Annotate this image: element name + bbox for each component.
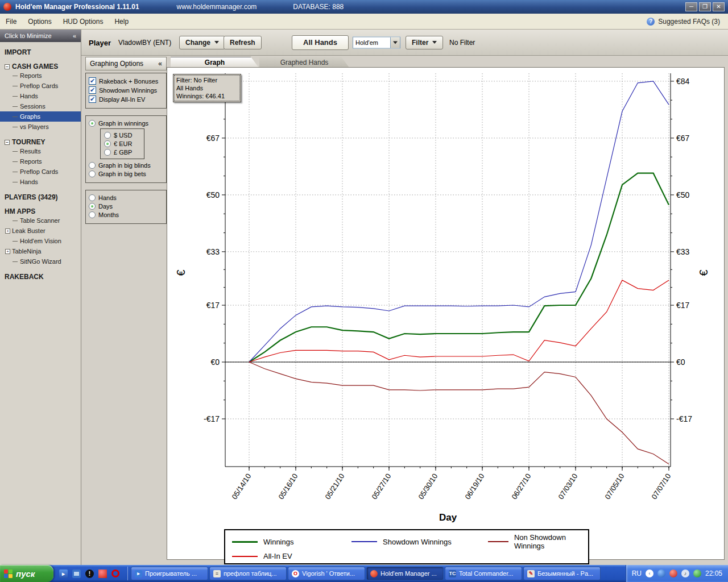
radio-usd[interactable]: $ USD <box>104 132 140 139</box>
sidebar-item-tableninja[interactable]: + TableNinja <box>0 246 81 256</box>
filter-button[interactable]: Filter <box>406 36 443 49</box>
radio-label: £ GBP <box>114 149 132 156</box>
menu-file[interactable]: File <box>0 15 22 28</box>
radio-graph-in-big-blinds[interactable]: Graph in big blinds <box>89 162 163 169</box>
menu-help[interactable]: Help <box>109 15 134 28</box>
sidebar-item-tourney-hands[interactable]: Hands <box>0 177 81 187</box>
legend-line-swatch <box>488 541 508 542</box>
show-desktop-icon[interactable] <box>72 569 81 578</box>
checkbox-display-all-in-ev[interactable]: ✔ Display All-In EV <box>89 95 163 103</box>
chart-tick-labels: €84€84€67€67€50€50€33€33€17€17€0€0-€17-€… <box>204 77 692 501</box>
language-indicator[interactable]: RU <box>632 569 642 577</box>
clock: 22:05 <box>705 569 722 577</box>
radio-selected-icon[interactable] <box>89 203 96 210</box>
expand-box-icon[interactable]: + <box>5 249 10 254</box>
minimize-button[interactable]: ─ <box>685 2 697 11</box>
radio-days[interactable]: Days <box>89 203 163 210</box>
sidebar-minimize-bar[interactable]: Click to Minimize « <box>0 30 81 42</box>
checkbox-checked-icon[interactable]: ✔ <box>89 95 96 103</box>
winnings-graph: €84€84€67€67€50€50€33€33€17€17€0€0-€17-€… <box>167 68 724 559</box>
radio-icon[interactable] <box>89 162 96 169</box>
sidebar-item-cash-reports[interactable]: Reports <box>0 70 81 81</box>
sidebar-item-cash-graphs[interactable]: Graphs <box>0 111 81 122</box>
sidebar-section-rakeback[interactable]: RAKEBACK <box>0 273 81 281</box>
opera-icon[interactable] <box>111 569 119 577</box>
svg-text:07/07/10: 07/07/10 <box>650 472 672 501</box>
task-paint[interactable]: ✎ Безымянный - Pa... <box>523 567 601 580</box>
task-notepad[interactable]: ≡ префлоп таблиц... <box>209 567 287 580</box>
sidebar-item-table-scanner[interactable]: Table Scanner <box>0 215 81 226</box>
menu-hud-options[interactable]: HUD Options <box>57 15 109 28</box>
task-opera[interactable]: O Vigorish ' Ответи... <box>288 567 365 580</box>
tray-collapse-icon[interactable]: ‹ <box>646 569 653 577</box>
media-player-icon[interactable]: ▸ <box>59 569 68 578</box>
taskbar-separator <box>127 567 128 580</box>
radio-icon[interactable] <box>89 171 96 177</box>
red-ball-icon[interactable] <box>98 569 107 578</box>
sidebar-item-cash-sessions[interactable]: Sessions <box>0 101 81 111</box>
sidebar-section-hm-apps[interactable]: HM APPS <box>0 207 81 215</box>
app-icon <box>3 3 11 11</box>
sidebar-section-import[interactable]: IMPORT <box>0 48 81 56</box>
svg-text:€33: €33 <box>676 247 690 256</box>
radio-eur[interactable]: € EUR <box>104 140 140 147</box>
tab-graphed-hands[interactable]: Graphed Hands <box>259 57 349 68</box>
radio-icon[interactable] <box>104 132 111 139</box>
sidebar-item-tourney-reports[interactable]: Reports <box>0 156 81 167</box>
all-hands-button[interactable]: All Hands <box>292 35 349 50</box>
radio-icon[interactable] <box>89 211 96 218</box>
radio-icon[interactable] <box>104 149 111 156</box>
alert-icon[interactable]: ! <box>85 569 94 578</box>
collapse-left-icon[interactable]: « <box>158 60 162 68</box>
dropdown-button[interactable] <box>390 37 400 48</box>
radio-hands[interactable]: Hands <box>89 194 163 201</box>
game-type-select[interactable]: Hold'em <box>353 36 400 48</box>
checkbox-checked-icon[interactable]: ✔ <box>89 86 96 94</box>
refresh-button[interactable]: Refresh <box>224 36 262 49</box>
tray-antivirus-icon[interactable] <box>669 569 677 577</box>
tray-volume-icon[interactable]: ♪ <box>681 569 689 577</box>
graphing-options-header[interactable]: Graphing Options « <box>85 57 167 70</box>
currency-group: $ USD € EUR £ GBP <box>100 128 144 159</box>
change-player-button[interactable]: Change <box>179 36 225 49</box>
tab-graph[interactable]: Graph <box>171 57 259 68</box>
sidebar-section-players[interactable]: PLAYERS (3429) <box>0 193 81 201</box>
expand-box-icon[interactable]: + <box>5 228 10 234</box>
sidebar-item-sitngo-wizard[interactable]: SitNGo Wizard <box>0 256 81 267</box>
checkbox-rakeback-bonuses[interactable]: ✔ Rakeback + Bonuses <box>89 77 163 85</box>
tray-update-icon[interactable] <box>657 569 665 577</box>
task-total-commander[interactable]: TC Total Commander... <box>445 567 522 580</box>
sidebar-section-cash-games[interactable]: − CASH GAMES <box>0 63 81 70</box>
checkbox-showdown-winnings[interactable]: ✔ Showdown Winnings <box>89 86 163 94</box>
radio-months[interactable]: Months <box>89 211 163 218</box>
start-button[interactable]: пуск <box>0 565 53 582</box>
sidebar-item-tourney-preflop-cards[interactable]: Preflop Cards <box>0 167 81 177</box>
task-media-player[interactable]: ▸ Проигрыватель ... <box>131 567 208 580</box>
sidebar-item-cash-preflop-cards[interactable]: Preflop Cards <box>0 81 81 91</box>
menu-options[interactable]: Options <box>22 15 57 28</box>
task-holdem-manager[interactable]: Hold'em Manager ... <box>366 567 444 580</box>
sidebar-item-cash-vs-players[interactable]: vs Players <box>0 122 81 132</box>
suggested-faqs[interactable]: ? Suggested FAQs (3) <box>647 18 728 26</box>
sidebar-item-leak-buster[interactable]: + Leak Buster <box>0 226 81 236</box>
tray-shield-icon[interactable] <box>693 569 701 577</box>
checkbox-checked-icon[interactable]: ✔ <box>89 77 96 85</box>
sidebar-section-tourney[interactable]: − TOURNEY <box>0 138 81 146</box>
radio-gbp[interactable]: £ GBP <box>104 149 140 156</box>
radio-selected-icon[interactable] <box>104 140 111 147</box>
radio-graph-in-winnings[interactable]: Graph in winnings <box>89 120 163 127</box>
sidebar-item-tourney-results[interactable]: Results <box>0 146 81 156</box>
sidebar-item-cash-hands[interactable]: Hands <box>0 91 81 101</box>
radio-icon[interactable] <box>89 194 96 201</box>
sidebar-item-holdem-vision[interactable]: Hold'em Vision <box>0 236 81 246</box>
title-bar: Hold'em Manager Professional 1.11.01 www… <box>0 0 728 14</box>
collapse-box-icon[interactable]: − <box>5 140 10 145</box>
collapse-left-icon: « <box>73 32 76 39</box>
restore-button[interactable]: ❐ <box>699 2 711 11</box>
radio-selected-icon[interactable] <box>89 120 96 127</box>
close-button[interactable]: ✕ <box>713 2 725 11</box>
radio-graph-in-big-bets[interactable]: Graph in big bets <box>89 171 163 177</box>
collapse-box-icon[interactable]: − <box>5 64 10 69</box>
graph-units-group: Graph in winnings $ USD € EUR £ GBP Gr <box>85 115 167 183</box>
graph-info-box: Filter: No Filter All Hands Winnings: €4… <box>173 74 241 102</box>
